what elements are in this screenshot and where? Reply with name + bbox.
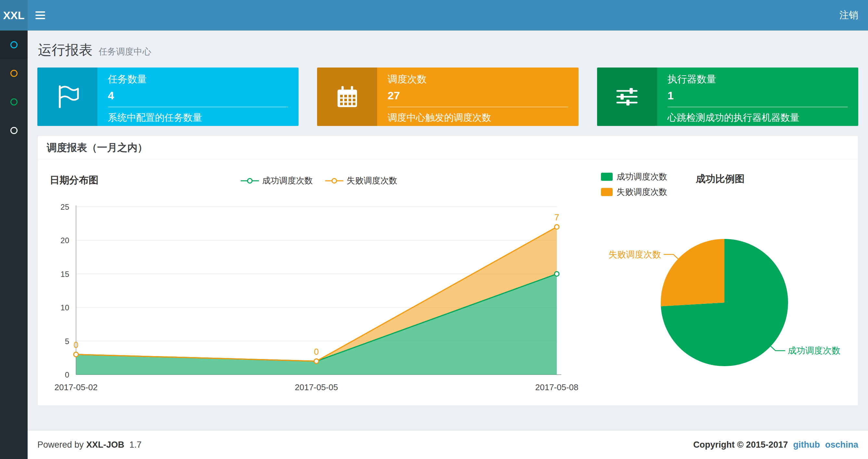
- line-marker-icon: [325, 177, 343, 184]
- legend-label: 成功调度次数: [262, 175, 313, 186]
- product-name: XXL-JOB: [86, 440, 124, 450]
- logout-link[interactable]: 注销: [839, 0, 858, 31]
- info-box-icon-area: [37, 67, 97, 126]
- chart-title: 日期分布图: [50, 174, 98, 187]
- legend-swatch-icon: [601, 173, 613, 181]
- svg-text:0: 0: [65, 370, 69, 379]
- page-footer: Powered byXXL-JOB 1.7 Copyright © 2015-2…: [28, 430, 868, 459]
- info-box-title: 任务数量: [108, 73, 288, 86]
- info-box-jobs: 任务数量 4 系统中配置的任务数量: [37, 67, 299, 126]
- copyright-text: Copyright © 2015-2017: [693, 440, 788, 450]
- page-subtitle: 任务调度中心: [98, 47, 151, 57]
- legend-item-fail[interactable]: 失败调度次数: [325, 175, 397, 186]
- line-chart-legend: 成功调度次数 失败调度次数: [241, 175, 397, 186]
- divider: [388, 107, 568, 107]
- info-box-description: 系统中配置的任务数量: [108, 111, 288, 124]
- flag-icon: [54, 83, 81, 110]
- app-logo[interactable]: XXL: [0, 0, 28, 31]
- info-box-triggers: 调度次数 27 调度中心触发的调度次数: [317, 67, 578, 126]
- area-chart-canvas: 05101520252017-05-022017-05-052017-05-08…: [49, 202, 595, 401]
- divider: [108, 107, 288, 107]
- info-box-value: 4: [108, 89, 288, 102]
- svg-text:成功调度次数: 成功调度次数: [788, 346, 840, 356]
- sidebar-toggle-button[interactable]: [28, 0, 53, 31]
- sidebar-item-executor[interactable]: [0, 116, 28, 145]
- sidebar: [0, 31, 28, 459]
- circle-icon: [10, 41, 18, 48]
- svg-text:5: 5: [65, 337, 69, 346]
- svg-text:10: 10: [60, 303, 69, 312]
- info-box-description: 调度中心触发的调度次数: [388, 111, 568, 124]
- svg-text:25: 25: [60, 202, 69, 211]
- product-version: 1.7: [129, 440, 142, 450]
- svg-text:0: 0: [73, 340, 78, 350]
- legend-item-success[interactable]: 成功调度次数: [601, 171, 667, 183]
- svg-text:2017-05-05: 2017-05-05: [295, 383, 338, 392]
- svg-text:0: 0: [314, 347, 319, 357]
- legend-label: 失败调度次数: [347, 175, 397, 186]
- panel-title: 调度报表（一月之内）: [38, 136, 858, 159]
- oschina-link[interactable]: oschina: [825, 440, 858, 450]
- info-box-description: 心跳检测成功的执行器机器数量: [668, 111, 848, 124]
- circle-icon: [10, 127, 18, 134]
- svg-text:2017-05-08: 2017-05-08: [535, 383, 579, 392]
- svg-text:7: 7: [554, 212, 559, 222]
- info-box-executors: 执行器数量 1 心跳检测成功的执行器机器数量: [597, 67, 858, 126]
- info-box-icon-area: [597, 67, 657, 126]
- info-box-title: 调度次数: [388, 73, 568, 86]
- hamburger-icon: [35, 11, 45, 13]
- svg-text:15: 15: [60, 270, 69, 278]
- divider: [668, 107, 848, 107]
- github-link[interactable]: github: [793, 440, 820, 450]
- date-distribution-chart: 日期分布图 成功调度次数 失败调度次数 05101520: [49, 171, 595, 398]
- page-title: 运行报表: [38, 42, 93, 58]
- chart-title: 成功比例图: [696, 172, 745, 186]
- sliders-icon: [613, 83, 641, 110]
- legend-item-success[interactable]: 成功调度次数: [241, 175, 313, 186]
- page-header: 运行报表 任务调度中心: [38, 41, 151, 59]
- circle-icon: [10, 70, 18, 77]
- circle-icon: [10, 98, 18, 105]
- sidebar-item-log[interactable]: [0, 88, 28, 116]
- svg-text:2017-05-02: 2017-05-02: [55, 383, 98, 392]
- sidebar-item-report[interactable]: [0, 31, 28, 59]
- calendar-icon: [334, 83, 361, 110]
- legend-label: 成功调度次数: [617, 171, 667, 183]
- svg-text:20: 20: [60, 236, 69, 245]
- sidebar-item-job[interactable]: [0, 59, 28, 88]
- report-panel: 调度报表（一月之内） 日期分布图 成功调度次数 失败调度次数: [37, 136, 858, 406]
- info-box-title: 执行器数量: [668, 73, 848, 86]
- info-box-value: 27: [388, 89, 568, 102]
- powered-by: Powered byXXL-JOB 1.7: [37, 440, 144, 450]
- svg-text:失败调度次数: 失败调度次数: [609, 250, 661, 259]
- pie-chart-canvas: 成功调度次数失败调度次数: [600, 192, 857, 396]
- info-box-value: 1: [668, 89, 848, 102]
- line-marker-icon: [241, 177, 259, 184]
- top-navbar: XXL 注销: [0, 0, 868, 31]
- info-box-icon-area: [317, 67, 377, 126]
- success-ratio-chart: 成功调度次数 失败调度次数 成功比例图 成功调度次数失败调度次数: [600, 168, 857, 398]
- summary-cards: 任务数量 4 系统中配置的任务数量: [37, 67, 858, 126]
